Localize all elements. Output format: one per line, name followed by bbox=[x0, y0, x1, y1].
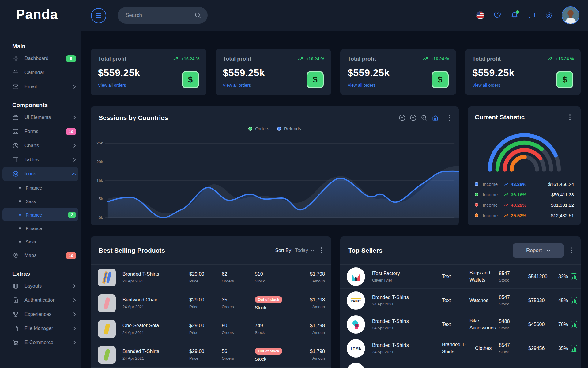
sidebar-item-email[interactable]: Email bbox=[0, 80, 81, 94]
income-dot-orange bbox=[475, 213, 478, 217]
sidebar-item-layouts[interactable]: Layouts bbox=[0, 279, 81, 293]
amount-label: Amoun bbox=[312, 356, 325, 361]
zoom-in-icon[interactable] bbox=[421, 114, 428, 121]
bullet-icon bbox=[19, 187, 21, 189]
seller-name: Branded T-Shirts bbox=[372, 343, 409, 348]
income-row: Income 25.53% $12,432.51 bbox=[475, 211, 574, 219]
dollar-icon: $ bbox=[182, 71, 199, 88]
trend-up-icon bbox=[173, 57, 179, 61]
bullet-icon bbox=[19, 227, 21, 229]
notifications-bell-icon[interactable] bbox=[510, 11, 519, 20]
y-tick: 25k bbox=[92, 141, 103, 145]
brand-logo: Panda bbox=[16, 7, 58, 22]
sidebar-subitem-sass[interactable]: Sass bbox=[0, 194, 81, 208]
best-selling-products-card: Best Selling Products Sort By: Today Bra… bbox=[91, 236, 331, 368]
income-amount: $161,466.24 bbox=[548, 182, 574, 187]
search-input[interactable] bbox=[126, 12, 194, 18]
chevron-right-icon bbox=[73, 340, 76, 345]
income-amount: $56,411.33 bbox=[551, 192, 574, 197]
sidebar-item-authentication[interactable]: Authentication bbox=[0, 293, 81, 307]
map-pin-icon bbox=[12, 252, 19, 259]
table-row[interactable]: Branded T-Shirts24 Apr 2021 $29.00Price … bbox=[91, 265, 331, 290]
amount-value: $1,798 bbox=[310, 271, 325, 277]
table-row[interactable]: One Seater Sofa24 Apr 2021 $29.00Price 8… bbox=[91, 316, 331, 342]
table-row[interactable]: Branded T-Shirts24 Apr 2021 $29.00Price … bbox=[91, 342, 331, 368]
sidebar-item-label: Maps bbox=[24, 253, 66, 258]
bullet-icon bbox=[19, 241, 21, 243]
amount-value: $45600 bbox=[528, 322, 545, 327]
sidebar-section-extras: Extras bbox=[0, 270, 81, 279]
subitem-label: Sass bbox=[26, 239, 36, 244]
seller-name: Branded T-Shirts bbox=[372, 295, 409, 300]
stock-value: 5488 bbox=[499, 319, 510, 324]
minus-circle-icon[interactable] bbox=[410, 114, 417, 121]
product-name: Branded T-Shirts bbox=[123, 349, 159, 354]
messages-chat-icon[interactable] bbox=[527, 11, 536, 20]
search-icon[interactable] bbox=[194, 12, 202, 19]
bullet-icon bbox=[19, 214, 21, 216]
income-label: Income bbox=[483, 182, 504, 187]
menu-toggle-button[interactable] bbox=[91, 8, 106, 23]
settings-gear-icon[interactable] bbox=[545, 11, 553, 20]
kebab-menu-icon[interactable] bbox=[318, 247, 326, 255]
home-icon[interactable] bbox=[432, 114, 439, 121]
kebab-menu-icon[interactable] bbox=[446, 114, 454, 122]
sidebar-item-calendar[interactable]: Calendar bbox=[0, 66, 81, 80]
text-col: Text bbox=[442, 274, 451, 279]
seller-sub: Oliver Tyler bbox=[372, 278, 400, 282]
kebab-menu-icon[interactable] bbox=[566, 113, 574, 121]
table-row[interactable]: Branded T-Shirts24 Apr 2021 Text Bike Ac… bbox=[340, 312, 581, 336]
chevron-up-icon bbox=[72, 173, 76, 175]
view-all-orders-link[interactable]: View all orders bbox=[348, 83, 376, 88]
income-amount: $12,432.51 bbox=[551, 213, 574, 218]
sidebar-subitem-finance[interactable]: Finance bbox=[0, 181, 81, 194]
price-value: $29.00 bbox=[189, 349, 204, 354]
orders-value: 56 bbox=[222, 349, 234, 354]
table-row[interactable]: iTest FactoryOliver Tyler Text Bags and … bbox=[340, 265, 581, 289]
income-dot-red bbox=[475, 203, 478, 207]
profit-cards-row: Total profit +16.24 % $559.25k View all … bbox=[91, 49, 581, 95]
language-flag-icon[interactable] bbox=[476, 11, 484, 20]
sidebar-item-charts[interactable]: Charts bbox=[0, 139, 81, 153]
mini-chart-icon bbox=[571, 297, 577, 304]
user-avatar[interactable] bbox=[562, 6, 579, 24]
table-row[interactable]: PAINT Branded T-Shirts24 Apr 2021 Text W… bbox=[340, 289, 581, 312]
favorites-heart-icon[interactable] bbox=[493, 11, 502, 20]
sidebar-item-ui-elements[interactable]: Ui Elements bbox=[0, 110, 81, 125]
orders-label: Orders bbox=[222, 279, 234, 283]
orders-value: 35 bbox=[222, 297, 234, 303]
sort-by-dropdown[interactable]: Sort By: Today bbox=[275, 248, 315, 253]
sidebar-item-dashboard[interactable]: Dashboard 5 bbox=[0, 52, 81, 66]
sort-by-label: Sort By: bbox=[275, 248, 292, 253]
view-all-orders-link[interactable]: View all orders bbox=[473, 83, 501, 88]
sidebar-subitem-finance-active[interactable]: Finance 2 bbox=[2, 208, 78, 221]
view-all-orders-link[interactable]: View all orders bbox=[223, 83, 251, 88]
table-row[interactable]: TYME Branded T-Shirts24 Apr 2021 Branded… bbox=[340, 336, 581, 360]
sidebar-item-ecommerce[interactable]: E-Commerce bbox=[0, 335, 81, 350]
sidebar-subitem-sass2[interactable]: Sass bbox=[0, 235, 81, 248]
sessions-area-chart[interactable]: 25k 20k 15k 5k 0k bbox=[91, 136, 459, 222]
view-all-orders-link[interactable]: View all orders bbox=[98, 83, 126, 88]
table-row[interactable]: Bentwood Chair24 Apr 2021 $29.00Price 35… bbox=[91, 290, 331, 316]
search-bar[interactable] bbox=[118, 7, 208, 24]
price-label: Price bbox=[189, 279, 204, 283]
top-sellers-title: Top Sellers bbox=[348, 247, 383, 254]
sidebar-item-maps[interactable]: Maps 10 bbox=[0, 248, 81, 263]
sidebar-item-tables[interactable]: Tables bbox=[0, 153, 81, 167]
category: Bags and Wallets bbox=[469, 270, 498, 283]
sidebar-item-forms[interactable]: Forms 10 bbox=[0, 125, 81, 139]
sidebar-item-label: Layouts bbox=[24, 283, 73, 289]
sidebar-item-experiences[interactable]: Experiences bbox=[0, 307, 81, 321]
sidebar-item-label: Icons bbox=[24, 171, 72, 177]
kebab-menu-icon[interactable] bbox=[567, 247, 575, 255]
sidebar-nav: Main Dashboard 5 Calendar Email Componen… bbox=[0, 31, 81, 368]
sidebar-item-icons[interactable]: Icons bbox=[2, 167, 78, 181]
report-button[interactable]: Report bbox=[513, 243, 564, 258]
product-name: Bentwood Chair bbox=[123, 297, 157, 303]
plus-circle-icon[interactable] bbox=[399, 114, 405, 121]
sidebar-subitem-finance2[interactable]: Finance bbox=[0, 221, 81, 235]
text-col: Text bbox=[442, 298, 451, 303]
subitem-label: Finance bbox=[26, 212, 68, 217]
table-row-partial bbox=[340, 360, 581, 368]
sidebar-item-file-manager[interactable]: File Manager bbox=[0, 321, 81, 335]
